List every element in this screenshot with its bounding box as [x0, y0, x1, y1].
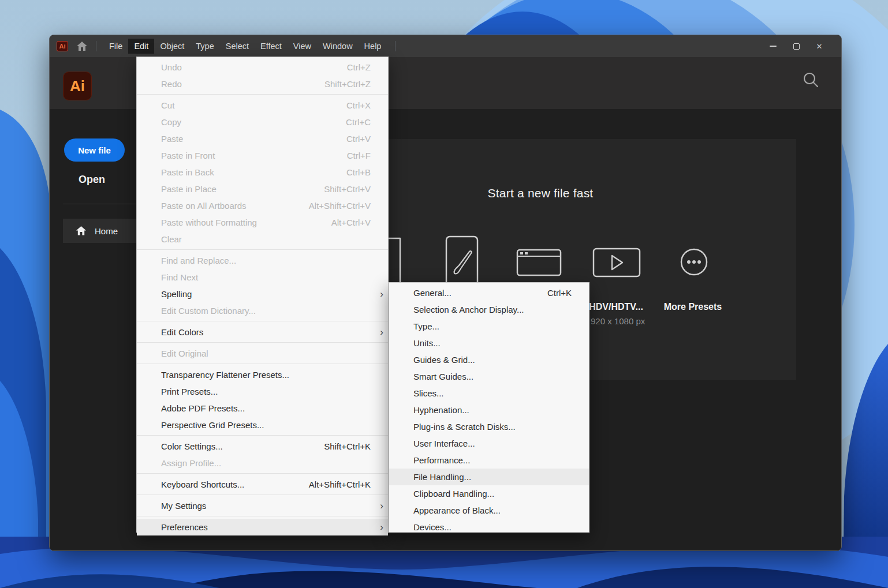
menu-item[interactable]: Print Presets... — [137, 383, 388, 400]
menu-item[interactable]: Type... — [389, 318, 589, 335]
menu-item-label: Find and Replace... — [161, 256, 236, 265]
menu-item[interactable]: Performance... — [389, 452, 589, 469]
menu-item-shortcut: Ctrl+C — [346, 117, 373, 127]
preferences-submenu: General... Ctrl+K Selection & Anchor Dis… — [389, 282, 589, 533]
maximize-button[interactable] — [785, 35, 808, 57]
menu-item-label: Find Next — [161, 272, 198, 282]
menu-item-label: Copy — [161, 117, 181, 127]
menu-item-label: Preferences — [161, 522, 208, 532]
menu-item[interactable]: Copy Ctrl+C — [137, 114, 388, 130]
menu-item[interactable]: Paste without Formatting Alt+Ctrl+V — [137, 214, 388, 231]
window-controls: ✕ — [762, 35, 841, 57]
menubar-item[interactable]: Window — [317, 39, 359, 54]
menu-item[interactable]: Find and Replace... — [137, 252, 388, 269]
menu-item-label: Devices... — [413, 522, 452, 532]
menu-item[interactable]: Paste in Back Ctrl+B — [137, 164, 388, 181]
menu-item-label: Appearance of Black... — [413, 505, 501, 515]
menubar-item[interactable]: Help — [359, 39, 387, 54]
menu-item[interactable]: Preferences › — [137, 519, 388, 535]
menu-item-label: Edit Custom Dictionary... — [161, 306, 256, 316]
preset-web-icon[interactable] — [516, 249, 562, 276]
close-button[interactable]: ✕ — [808, 35, 831, 57]
menu-item-label: Slices... — [413, 388, 444, 398]
menu-item[interactable]: Paste in Place Shift+Ctrl+V — [137, 181, 388, 197]
sidebar-item-home[interactable]: Home — [63, 219, 137, 243]
menubar-item[interactable]: File — [103, 39, 128, 54]
menu-item[interactable]: Devices... — [389, 519, 589, 535]
menu-item[interactable]: Keyboard Shortcuts... Alt+Shift+Ctrl+K — [137, 476, 388, 493]
menu-item-shortcut: Shift+Ctrl+K — [324, 441, 373, 451]
menu-item[interactable]: My Settings › — [137, 497, 388, 514]
menu-item-shortcut: Ctrl+K — [547, 288, 574, 298]
more-presets-label[interactable]: More Presets — [652, 302, 733, 312]
menu-item-label: Paste without Formatting — [161, 218, 257, 227]
menubar-item-label: Edit — [134, 42, 148, 51]
home-icon[interactable] — [76, 41, 88, 51]
menu-item[interactable]: Color Settings... Shift+Ctrl+K — [137, 438, 388, 455]
titlebar-divider — [96, 41, 96, 51]
menubar-item[interactable]: Type — [190, 39, 219, 54]
menu-item[interactable]: Guides & Grid... — [389, 351, 589, 368]
preset-video-icon[interactable] — [592, 248, 641, 278]
menu-item[interactable]: General... Ctrl+K — [389, 284, 589, 301]
menu-item-label: Print Presets... — [161, 387, 218, 396]
menu-item[interactable]: Perspective Grid Presets... — [137, 417, 388, 433]
menu-item[interactable]: Units... — [389, 335, 589, 351]
menu-item-label: Selection & Anchor Display... — [413, 305, 524, 314]
menu-item[interactable]: Clipboard Handling... — [389, 485, 589, 502]
menu-item-label: Plug-ins & Scratch Disks... — [413, 422, 516, 432]
menu-item-label: Paste in Back — [161, 167, 214, 177]
minimize-icon — [770, 46, 777, 47]
menu-item[interactable]: Redo Shift+Ctrl+Z — [137, 76, 388, 92]
menu-item[interactable]: Assign Profile... — [137, 455, 388, 471]
minimize-button[interactable] — [762, 35, 785, 57]
menubar-item[interactable]: Select — [220, 39, 255, 54]
menu-item[interactable]: Edit Colors › — [137, 324, 388, 340]
menu-item[interactable]: Edit Original — [137, 345, 388, 362]
search-icon[interactable] — [802, 71, 819, 88]
menu-item[interactable]: Plug-ins & Scratch Disks... — [389, 418, 589, 435]
menu-item[interactable]: Slices... — [389, 385, 589, 402]
menu-item[interactable]: Paste Ctrl+V — [137, 130, 388, 147]
menu-item-shortcut: Alt+Shift+Ctrl+K — [309, 480, 373, 489]
menu-item[interactable]: Edit Custom Dictionary... — [137, 302, 388, 319]
menu-item-label: Color Settings... — [161, 441, 223, 451]
menu-item[interactable]: Paste on All Artboards Alt+Shift+Ctrl+V — [137, 197, 388, 214]
menu-item[interactable]: Transparency Flattener Presets... — [137, 366, 388, 383]
menu-item-label: Clipboard Handling... — [413, 489, 494, 499]
menu-item-label: Transparency Flattener Presets... — [161, 370, 289, 380]
titlebar: Ai File Edit Object Type Select Effect V… — [50, 35, 841, 57]
menu-item-label: User Interface... — [413, 439, 475, 448]
menu-item[interactable]: Paste in Front Ctrl+F — [137, 147, 388, 164]
menu-item-label: Cut — [161, 100, 174, 110]
menu-item-label: Smart Guides... — [413, 372, 473, 381]
menu-item[interactable]: Appearance of Black... — [389, 502, 589, 519]
menubar-item[interactable]: Edit — [128, 39, 154, 54]
menu-item[interactable]: User Interface... — [389, 435, 589, 452]
open-button[interactable]: Open — [79, 174, 105, 186]
menu-item[interactable]: Cut Ctrl+X — [137, 97, 388, 114]
menu-item[interactable]: File Handling... — [389, 469, 589, 485]
more-presets-icon[interactable] — [680, 248, 708, 276]
menubar-item[interactable]: Effect — [255, 39, 288, 54]
menu-item[interactable]: Clear — [137, 231, 388, 248]
menu-item[interactable]: Smart Guides... — [389, 368, 589, 385]
close-icon: ✕ — [816, 42, 823, 51]
app-badge-icon: Ai — [57, 41, 68, 51]
menu-item[interactable]: Adobe PDF Presets... — [137, 400, 388, 417]
new-file-button[interactable]: New file — [64, 138, 125, 162]
menubar-item[interactable]: Object — [154, 39, 190, 54]
menubar-item[interactable]: View — [288, 39, 317, 54]
menubar-item-label: Effect — [260, 42, 282, 51]
menu-item[interactable]: Hyphenation... — [389, 402, 589, 418]
menu-item-label: Undo — [161, 62, 182, 72]
preset-illustration-icon[interactable] — [445, 235, 479, 290]
menu-item[interactable]: Find Next — [137, 269, 388, 286]
menu-item-shortcut: Ctrl+X — [346, 100, 373, 110]
menu-item-label: General... — [413, 288, 452, 298]
menu-item-label: Paste in Front — [161, 151, 215, 160]
menu-item[interactable]: Undo Ctrl+Z — [137, 59, 388, 76]
chevron-right-icon: › — [373, 519, 383, 535]
menu-item[interactable]: Spelling › — [137, 286, 388, 302]
menu-item[interactable]: Selection & Anchor Display... — [389, 301, 589, 318]
